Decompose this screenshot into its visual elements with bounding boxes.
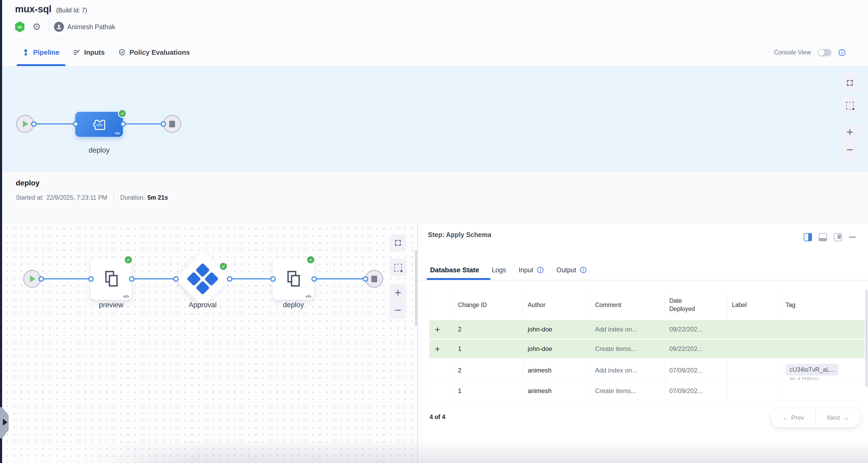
duration-value: 5m 21s xyxy=(147,194,168,201)
settings-gear-icon[interactable]: ⚙ xyxy=(32,22,41,32)
fullscreen-button[interactable] xyxy=(841,74,859,92)
cell-label xyxy=(727,359,781,382)
table-header-cell: Change ID xyxy=(453,291,523,319)
row-expander[interactable]: + xyxy=(434,324,440,335)
cell-date: 07/09/202... xyxy=(664,382,727,400)
tab-policy-evaluations[interactable]: Policy Evaluations xyxy=(118,48,190,57)
cell-comment: Create items... xyxy=(590,340,664,358)
port[interactable] xyxy=(363,276,368,282)
cell-date: 07/09/202... xyxy=(664,359,727,382)
cell-author: john-doe xyxy=(523,340,590,358)
step-info-title: deploy xyxy=(16,179,39,187)
tab-database-state[interactable]: Database State xyxy=(430,266,479,274)
next-label: Next xyxy=(827,414,840,422)
port[interactable] xyxy=(88,276,94,282)
node-status-badge xyxy=(219,262,228,271)
prev-label: Prev xyxy=(791,414,804,422)
row-expander[interactable]: + xyxy=(434,344,440,354)
edge xyxy=(314,278,365,279)
layout-right-button[interactable] xyxy=(834,233,842,241)
tab-input[interactable]: Input xyxy=(519,266,544,274)
node-status-badge xyxy=(124,256,133,264)
select-region-button[interactable] xyxy=(389,259,407,276)
port[interactable] xyxy=(270,276,276,282)
main-tabbar: Pipeline Inputs Policy Evaluations Conso… xyxy=(2,39,868,66)
port[interactable] xyxy=(129,276,134,282)
edge xyxy=(123,123,165,125)
canvas-scrollbar[interactable] xyxy=(415,250,417,326)
header: mux-sql (Build Id: 7) ∞ ⚙ Animesh Pathak xyxy=(2,0,868,39)
database-state-table: Change ID Author Comment Date Deployed L… xyxy=(429,291,865,400)
input-info-icon[interactable] xyxy=(537,266,544,273)
tag-chip[interactable]: cU34ioTvR_aL... xyxy=(786,364,839,376)
table-row[interactable]: + 1 john-doe Create items... 09/22/202..… xyxy=(429,340,865,358)
layout-bottom-button[interactable] xyxy=(819,233,827,241)
table-row[interactable]: + 2 john-doe Add index on... 09/22/202..… xyxy=(429,320,865,338)
tab-inputs[interactable]: Inputs xyxy=(73,48,105,57)
tab-output[interactable]: Output xyxy=(556,266,587,274)
page-title: mux-sql xyxy=(15,4,51,15)
user-avatar-icon xyxy=(54,22,64,32)
cell-label xyxy=(727,382,781,400)
console-info-icon[interactable] xyxy=(838,49,846,56)
cell-author: animesh xyxy=(523,359,590,382)
header-divider xyxy=(49,20,49,34)
port[interactable] xyxy=(160,121,166,127)
pagination-count: 4 of 4 xyxy=(430,414,445,421)
port[interactable] xyxy=(38,276,44,282)
stop-icon xyxy=(169,121,175,127)
zoom-control: + − xyxy=(389,284,407,319)
console-view-toggle[interactable] xyxy=(818,49,831,56)
cell-change-id: 1 xyxy=(453,382,523,400)
zoom-out-button[interactable]: − xyxy=(395,304,401,316)
node-preview[interactable]: </> xyxy=(91,258,132,300)
cell-author: john-doe xyxy=(523,320,590,338)
node-status-badge xyxy=(118,109,127,118)
policy-shield-icon xyxy=(118,49,126,56)
layout-split-button[interactable] xyxy=(804,233,812,241)
table-header-row: Change ID Author Comment Date Deployed L… xyxy=(429,291,865,319)
table-row[interactable]: 2 animesh Add index on... 07/09/202... c… xyxy=(429,359,865,382)
fullscreen-button[interactable] xyxy=(389,234,407,252)
port[interactable] xyxy=(227,276,232,282)
toggle-knob xyxy=(818,49,825,56)
pipeline-canvas-top[interactable]: </> </> deploy + − xyxy=(2,66,868,171)
select-region-button[interactable] xyxy=(841,97,859,114)
table-header-cell: Comment xyxy=(590,291,664,319)
tab-logs[interactable]: Logs xyxy=(492,266,506,274)
cell-tag xyxy=(781,320,865,338)
cell-change-id: 1 xyxy=(453,340,523,358)
pipeline-canvas-lower[interactable]: </> </> preview Approval deploy xyxy=(2,223,417,463)
prev-button[interactable]: ← Prev xyxy=(771,408,815,427)
step-detail-panel: Step: Apply Schema Database State Logs I… xyxy=(418,223,868,463)
zoom-out-button[interactable]: − xyxy=(846,144,853,156)
tab-output-label: Output xyxy=(556,266,576,274)
zoom-control: + − xyxy=(841,123,859,158)
play-icon xyxy=(30,275,35,282)
port[interactable] xyxy=(73,121,79,127)
tab-pipeline[interactable]: Pipeline xyxy=(22,48,60,57)
port[interactable] xyxy=(31,121,37,127)
zoom-in-button[interactable]: + xyxy=(846,126,853,138)
tab-logs-label: Logs xyxy=(492,266,506,274)
next-button[interactable]: Next → xyxy=(816,408,860,427)
stop-icon xyxy=(371,276,377,282)
zoom-in-button[interactable]: + xyxy=(395,287,401,298)
app-window: mux-sql (Build Id: 7) ∞ ⚙ Animesh Pathak… xyxy=(0,0,868,463)
node-status-badge xyxy=(306,256,315,264)
panel-scrollbar[interactable] xyxy=(866,289,867,387)
port[interactable] xyxy=(120,121,126,127)
node-deploy-lower[interactable]: </> xyxy=(273,258,314,300)
table-row[interactable]: 1 animesh Create items... 07/09/202... xyxy=(429,382,865,400)
port[interactable] xyxy=(173,276,179,282)
edge xyxy=(34,123,78,125)
port[interactable] xyxy=(311,276,317,282)
panel-hairline xyxy=(418,280,868,280)
collapse-panel-button[interactable] xyxy=(849,236,856,238)
user-name: Animesh Pathak xyxy=(67,23,115,31)
duration-label: Duration: xyxy=(120,194,145,201)
tab-database-state-label: Database State xyxy=(430,266,479,274)
output-info-icon[interactable] xyxy=(580,266,587,273)
cell-author: animesh xyxy=(523,382,590,400)
node-deploy[interactable]: </> </> xyxy=(75,112,123,137)
